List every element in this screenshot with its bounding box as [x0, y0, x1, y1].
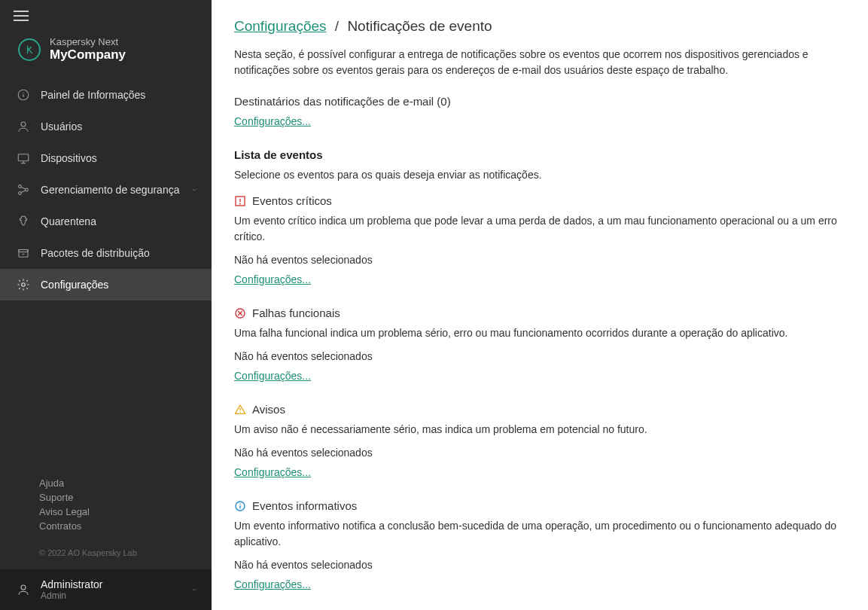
eventlist-heading: Lista de eventos: [234, 148, 845, 161]
event-config-link-failure[interactable]: Configurações...: [234, 370, 311, 382]
event-config-link-info[interactable]: Configurações...: [234, 578, 311, 590]
sidebar-item-users[interactable]: Usuários: [0, 111, 212, 142]
footer-copyright: © 2022 AO Kaspersky Lab: [0, 542, 212, 569]
event-group-critical: Eventos críticos Um evento crítico indic…: [234, 194, 845, 285]
sidebar-item-label: Pacotes de distribuição: [41, 247, 150, 259]
svg-point-9: [26, 188, 29, 191]
sidebar-item-label: Usuários: [41, 120, 82, 133]
security-icon: [17, 183, 30, 197]
sidebar-item-devices[interactable]: Dispositivos: [0, 142, 212, 174]
sidebar-item-label: Configurações: [41, 279, 108, 291]
intro-text: Nesta seção, é possível configurar a ent…: [234, 47, 845, 78]
sidebar-item-quarantine[interactable]: Quarentena: [0, 206, 212, 237]
footer-link-contracts[interactable]: Contratos: [39, 520, 198, 532]
user-account-row[interactable]: Administrator Admin: [0, 569, 212, 610]
brand-text: Kaspersky Next MyCompany: [50, 36, 126, 63]
nav: Painel de Informações Usuários Dispositi…: [0, 79, 212, 467]
breadcrumb-sep: /: [330, 18, 343, 34]
user-icon: [17, 583, 30, 596]
event-desc: Um evento crítico indica um problema que…: [234, 213, 845, 245]
sidebar: Kaspersky Next MyCompany Painel de Infor…: [0, 0, 212, 610]
event-title-label: Avisos: [252, 403, 285, 416]
svg-point-17: [239, 203, 241, 204]
event-title-critical: Eventos críticos: [234, 194, 845, 207]
company-name: MyCompany: [50, 47, 126, 63]
svg-point-3: [21, 122, 26, 127]
event-config-link-warning[interactable]: Configurações...: [234, 466, 311, 478]
event-title-info: Eventos informativos: [234, 499, 845, 512]
package-icon: [17, 246, 30, 260]
sidebar-item-packages[interactable]: Pacotes de distribuição: [0, 237, 212, 269]
footer-link-help[interactable]: Ajuda: [39, 477, 198, 489]
sidebar-item-dashboard[interactable]: Painel de Informações: [0, 79, 212, 111]
svg-point-22: [239, 411, 241, 413]
sidebar-item-security[interactable]: Gerenciamento de segurança: [0, 174, 212, 206]
svg-rect-11: [19, 250, 28, 252]
event-status: Não há eventos selecionados: [234, 350, 845, 362]
event-group-warning: Avisos Um aviso não é necessariamente sé…: [234, 403, 845, 478]
breadcrumb-current: Notificações de evento: [347, 18, 492, 34]
warning-icon: [234, 404, 246, 416]
svg-point-25: [239, 503, 241, 505]
quarantine-icon: [17, 215, 30, 228]
event-status: Não há eventos selecionados: [234, 447, 845, 459]
breadcrumb-parent[interactable]: Configurações: [234, 18, 327, 34]
event-status: Não há eventos selecionados: [234, 254, 845, 266]
brand-block: Kaspersky Next MyCompany: [0, 32, 212, 79]
footer-links: Ajuda Suporte Aviso Legal Contratos: [0, 467, 212, 542]
event-title-label: Falhas funcionais: [252, 307, 340, 319]
sidebar-item-settings[interactable]: Configurações: [0, 269, 212, 300]
device-icon: [17, 151, 30, 165]
event-status: Não há eventos selecionados: [234, 559, 845, 571]
svg-point-7: [19, 185, 22, 188]
product-name: Kaspersky Next: [50, 36, 126, 47]
sidebar-top: [0, 0, 212, 32]
gear-icon: [17, 278, 30, 291]
event-desc: Um evento informativo notifica a conclus…: [234, 518, 845, 550]
sidebar-item-label: Gerenciamento de segurança: [41, 184, 179, 196]
event-config-link-critical[interactable]: Configurações...: [234, 273, 311, 285]
event-group-failure: Falhas funcionais Uma falha funcional in…: [234, 307, 845, 382]
svg-point-2: [23, 92, 23, 93]
svg-rect-4: [18, 154, 29, 161]
breadcrumb: Configurações / Notificações de evento: [234, 18, 845, 35]
user-icon: [17, 120, 30, 133]
eventlist-desc: Selecione os eventos para os quais desej…: [234, 169, 845, 181]
event-title-failure: Falhas funcionais: [234, 307, 845, 319]
critical-icon: [234, 195, 246, 207]
brand-logo-icon: [18, 38, 41, 61]
user-name: Administrator: [41, 578, 180, 590]
svg-point-13: [22, 283, 26, 287]
sidebar-item-label: Quarentena: [41, 215, 96, 227]
event-group-info: Eventos informativos Um evento informati…: [234, 499, 845, 590]
footer-link-support[interactable]: Suporte: [39, 492, 198, 503]
event-title-label: Eventos críticos: [252, 194, 332, 207]
info-icon: [17, 88, 30, 102]
failure-icon: [234, 307, 246, 319]
event-title-warning: Avisos: [234, 403, 845, 416]
info-event-icon: [234, 500, 246, 512]
footer-link-legal[interactable]: Aviso Legal: [39, 506, 198, 517]
chevron-down-icon: [190, 186, 198, 194]
user-info: Administrator Admin: [41, 578, 180, 601]
hamburger-icon[interactable]: [14, 11, 29, 23]
svg-rect-10: [19, 250, 28, 258]
main-content: Configurações / Notificações de evento N…: [212, 0, 868, 610]
user-role: Admin: [41, 590, 180, 601]
svg-point-14: [21, 585, 26, 590]
recipients-config-link[interactable]: Configurações...: [234, 115, 311, 127]
sidebar-item-label: Painel de Informações: [41, 89, 145, 101]
recipients-heading: Destinatários das notificações de e-mail…: [234, 95, 845, 108]
event-desc: Uma falha funcional indica um problema s…: [234, 325, 845, 341]
chevron-down-icon: [190, 586, 198, 593]
event-desc: Um aviso não é necessariamente sério, ma…: [234, 422, 845, 438]
event-title-label: Eventos informativos: [252, 499, 357, 512]
svg-point-8: [19, 192, 22, 195]
sidebar-item-label: Dispositivos: [41, 152, 97, 164]
